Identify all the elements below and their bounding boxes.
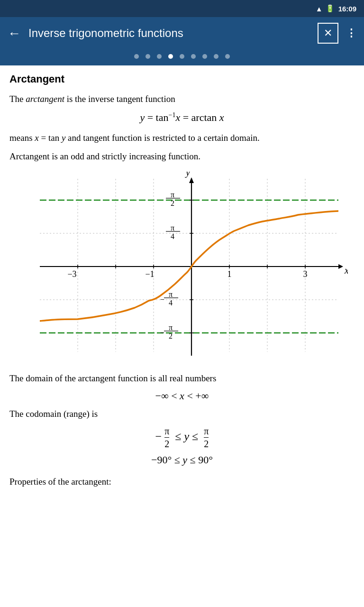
close-button[interactable]: ✕ (318, 23, 338, 44)
section-title: Arctangent (9, 73, 355, 85)
svg-text:π: π (169, 323, 173, 331)
signal-icon: ▲ (316, 5, 323, 13)
back-button[interactable]: ← (8, 27, 21, 40)
battery-icon: 🔋 (326, 4, 335, 13)
app-bar: ← Inverse trigonometric functions ✕ ⋮ (0, 17, 364, 49)
page-indicators (0, 49, 364, 65)
page-dot-2[interactable] (146, 54, 150, 59)
formula-arctan: y = tan−1x = arctan x (9, 111, 355, 124)
domain-paragraph: The domain of the arctangent function is… (9, 371, 355, 385)
svg-text:3: 3 (303, 269, 308, 279)
page-dot-5[interactable] (180, 54, 184, 59)
page-dot-6[interactable] (191, 54, 196, 59)
main-content: Arctangent The arctangent is the inverse… (0, 65, 364, 501)
svg-text:2: 2 (171, 199, 174, 207)
svg-text:π: π (169, 290, 173, 298)
svg-text:−: − (160, 295, 164, 304)
page-dot-4[interactable] (168, 54, 173, 59)
means-paragraph: means x = tan y and tangent function is … (9, 131, 355, 145)
status-icons: ▲ 🔋 (316, 4, 335, 13)
codomain-formula: − π 2 ≤ y ≤ π 2 (9, 426, 355, 449)
svg-text:−: − (160, 329, 164, 337)
page-title: Inverse trigonometric functions (28, 27, 310, 40)
codomain-degrees: −90° ≤ y ≤ 90° (9, 454, 355, 466)
status-bar: ▲ 🔋 16:09 (0, 0, 364, 17)
svg-text:2: 2 (169, 332, 173, 340)
page-dot-8[interactable] (214, 54, 218, 59)
domain-formula: −∞ < x < +∞ (9, 390, 355, 402)
more-button[interactable]: ⋮ (346, 27, 356, 39)
svg-text:π: π (171, 224, 174, 232)
time-display: 16:09 (338, 5, 356, 13)
svg-text:−3: −3 (67, 269, 76, 279)
svg-text:y: y (185, 172, 190, 178)
properties-heading: Properties of the arctangent: (9, 475, 355, 488)
svg-text:−1: −1 (145, 269, 154, 279)
arctangent-graph-proper: x y −3 −1 1 3 π 2 π 4 π 4 − π 2 − (16, 172, 348, 364)
svg-text:π: π (171, 191, 174, 199)
para1a: The (9, 94, 26, 104)
svg-text:4: 4 (171, 232, 174, 240)
svg-text:4: 4 (169, 299, 173, 307)
page-dot-3[interactable] (157, 54, 162, 59)
page-dot-9[interactable] (225, 54, 230, 59)
odd-increasing-paragraph: Arctangent is an odd and strictly increa… (9, 149, 355, 163)
para1b: is the inverse tangent function (64, 94, 175, 104)
svg-text:x: x (344, 265, 348, 276)
svg-text:1: 1 (228, 269, 232, 279)
page-dot-7[interactable] (202, 54, 207, 59)
codomain-paragraph: The codomain (range) is (9, 407, 355, 421)
intro-paragraph: The arctangent is the inverse tangent fu… (9, 92, 355, 106)
para1-italic: arctangent (26, 94, 64, 104)
page-dot-1[interactable] (134, 54, 139, 59)
